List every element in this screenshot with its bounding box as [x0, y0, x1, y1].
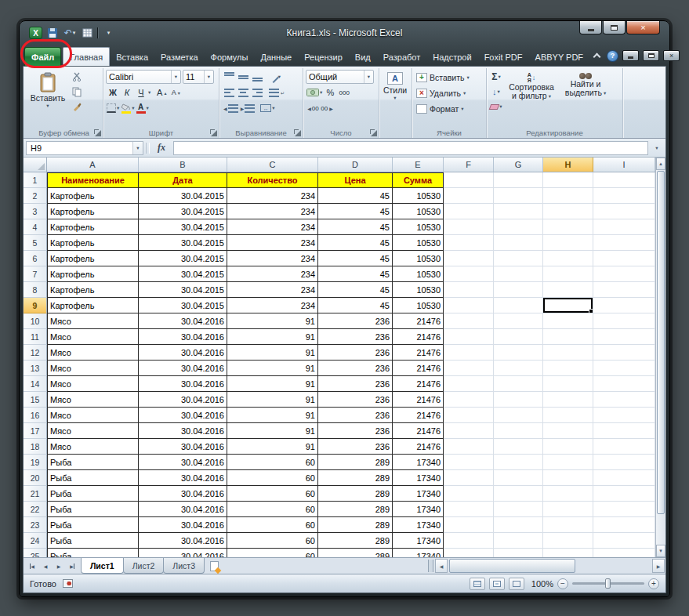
cell-B8[interactable]: 30.04.2015	[139, 282, 227, 298]
ribbon-tab-11[interactable]: ABBYY PDF	[529, 49, 590, 66]
cell-E24[interactable]: 17340	[393, 533, 444, 549]
cell-F2[interactable]	[444, 188, 494, 204]
cell-E5[interactable]: 10530	[393, 235, 444, 251]
cell-D19[interactable]: 289	[318, 455, 393, 470]
cell-B22[interactable]: 30.04.2016	[139, 502, 227, 517]
delete-cells-button[interactable]: × Удалить ▾	[415, 85, 484, 101]
increase-indent-button[interactable]: ▶	[239, 101, 256, 115]
cell-D11[interactable]: 236	[318, 329, 393, 345]
cell-D17[interactable]: 236	[318, 423, 393, 439]
cell-E9[interactable]: 10530	[393, 298, 444, 313]
cell-A3[interactable]: Картофель	[47, 204, 139, 219]
view-page-layout-button[interactable]	[489, 578, 505, 590]
cell-A4[interactable]: Картофель	[47, 219, 139, 235]
decrease-font-button[interactable]: А▾	[169, 85, 183, 100]
sheet-tab-1[interactable]: Лист1	[81, 558, 124, 574]
orientation-button[interactable]: ▾	[268, 70, 282, 84]
cell-E25[interactable]: 17340	[393, 549, 444, 557]
cell-B6[interactable]: 30.04.2015	[139, 251, 227, 266]
cell-D9[interactable]: 45	[318, 298, 393, 313]
underline-button[interactable]: Ч	[134, 85, 148, 100]
cell-F8[interactable]	[444, 282, 494, 298]
cell-E16[interactable]: 21476	[393, 408, 444, 423]
align-right-button[interactable]	[250, 85, 264, 100]
first-sheet-button[interactable]: ◀	[26, 560, 38, 572]
cell-D2[interactable]: 45	[318, 188, 393, 204]
cell-B10[interactable]: 30.04.2016	[139, 313, 227, 329]
vertical-scrollbar[interactable]: ▲ ▼	[655, 158, 665, 557]
cell-F12[interactable]	[444, 345, 494, 361]
cell-A18[interactable]: Мясо	[47, 439, 139, 455]
cell-H6[interactable]	[543, 251, 593, 266]
cell-D10[interactable]: 236	[318, 313, 393, 329]
cell-F1[interactable]	[444, 172, 494, 188]
cell-C15[interactable]: 91	[227, 392, 318, 408]
insert-function-button[interactable]: fx	[152, 141, 171, 155]
align-top-button[interactable]	[222, 70, 236, 84]
cell-G24[interactable]	[494, 533, 543, 549]
cell-G23[interactable]	[494, 517, 543, 533]
cell-F14[interactable]	[444, 376, 494, 392]
fill-color-button[interactable]: ▾	[120, 101, 135, 115]
font-family-combo[interactable]: Calibri ▾	[106, 70, 181, 84]
row-header-13[interactable]: 13	[24, 361, 47, 376]
cell-I16[interactable]	[593, 408, 655, 423]
cell-H22[interactable]	[543, 502, 593, 517]
cell-B21[interactable]: 30.04.2016	[139, 486, 227, 502]
cell-E15[interactable]: 21476	[393, 392, 444, 408]
cell-G25[interactable]	[494, 549, 543, 557]
cell-I14[interactable]	[593, 376, 655, 392]
cell-G17[interactable]	[494, 423, 543, 439]
sheet-tab-2[interactable]: Лист2	[123, 558, 165, 574]
cell-B13[interactable]: 30.04.2016	[139, 361, 227, 376]
cell-C6[interactable]: 234	[227, 251, 318, 266]
cell-A5[interactable]: Картофель	[47, 235, 139, 251]
cell-A14[interactable]: Мясо	[47, 376, 139, 392]
cell-C12[interactable]: 91	[227, 345, 318, 361]
cell-H17[interactable]	[543, 423, 593, 439]
cell-A13[interactable]: Мясо	[47, 361, 139, 376]
cell-H8[interactable]	[543, 282, 593, 298]
cell-I10[interactable]	[593, 313, 655, 329]
cell-F17[interactable]	[444, 423, 494, 439]
autosum-button[interactable]: Σ▾	[489, 70, 503, 84]
cell-A15[interactable]: Мясо	[47, 392, 139, 408]
cell-E8[interactable]: 10530	[393, 282, 444, 298]
tab-splitter[interactable]	[428, 560, 433, 572]
minimize-button[interactable]	[579, 21, 602, 34]
cell-D16[interactable]: 236	[318, 408, 393, 423]
column-header-F[interactable]: F	[444, 158, 494, 172]
cell-G18[interactable]	[494, 439, 543, 455]
cell-D14[interactable]: 236	[318, 376, 393, 392]
column-header-H[interactable]: H	[543, 158, 593, 172]
cell-G10[interactable]	[494, 313, 543, 329]
cell-C14[interactable]: 91	[227, 376, 318, 392]
cell-H19[interactable]	[543, 455, 593, 470]
column-header-E[interactable]: E	[393, 158, 444, 172]
underline-dropdown-icon[interactable]: ▾	[148, 89, 150, 96]
increase-font-button[interactable]: А▴	[154, 85, 169, 100]
row-header-23[interactable]: 23	[24, 517, 47, 533]
cell-H23[interactable]	[543, 517, 593, 533]
cell-C3[interactable]: 234	[227, 204, 318, 219]
merge-center-button[interactable]: ↔▾	[259, 101, 275, 115]
cell-I11[interactable]	[593, 329, 655, 345]
cell-E1[interactable]: Сумма	[393, 172, 444, 188]
cell-E18[interactable]: 21476	[393, 439, 444, 455]
cell-D22[interactable]: 289	[318, 502, 393, 517]
cell-H9[interactable]	[543, 298, 593, 313]
cell-F25[interactable]	[444, 549, 494, 557]
decrease-decimal-button[interactable]: 00▶	[320, 101, 334, 115]
cell-E14[interactable]: 21476	[393, 376, 444, 392]
wrap-text-button[interactable]: ↵	[268, 85, 285, 100]
cell-I7[interactable]	[593, 266, 655, 282]
excel-app-icon[interactable]: X	[29, 27, 42, 39]
cell-A23[interactable]: Рыба	[47, 517, 139, 533]
next-sheet-button[interactable]: ▶	[53, 560, 65, 572]
cell-D21[interactable]: 289	[318, 486, 393, 502]
cell-B3[interactable]: 30.04.2015	[139, 204, 227, 219]
cell-I19[interactable]	[593, 455, 655, 470]
styles-button[interactable]: А Стили ▾	[382, 70, 408, 102]
cell-C2[interactable]: 234	[227, 188, 318, 204]
workbook-restore-button[interactable]	[643, 50, 659, 61]
